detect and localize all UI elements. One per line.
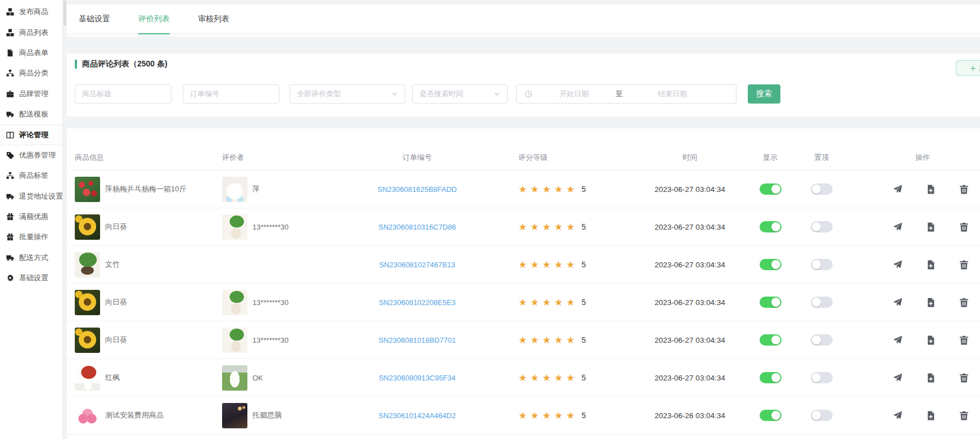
order-no-link[interactable]: SN230608102208E5E3 — [379, 298, 456, 307]
send-icon[interactable] — [893, 411, 902, 420]
toggle-knob — [771, 335, 780, 344]
show-toggle[interactable] — [760, 297, 782, 308]
sidebar-item-product-category[interactable]: 商品分类 — [0, 63, 62, 83]
toggle-knob — [771, 373, 780, 382]
delete-icon[interactable] — [959, 185, 969, 194]
sidebar-item-batch-operation[interactable]: 批量操作 — [0, 227, 62, 247]
table-row: 文竹 SN2306081027467B13 ★★★★★ 5 2023-06-27… — [67, 246, 980, 284]
delete-icon[interactable] — [959, 373, 969, 383]
top-toggle[interactable] — [811, 259, 833, 270]
toggle-knob — [812, 373, 821, 382]
delete-icon[interactable] — [959, 411, 969, 420]
header-top: 置顶 — [797, 153, 846, 163]
sidebar-item-return-address[interactable]: 退货地址设置 — [0, 186, 62, 207]
file-add-icon[interactable] — [926, 298, 936, 307]
sidebar-item-review-management[interactable]: 评论管理 — [0, 124, 62, 145]
send-icon[interactable] — [893, 185, 902, 194]
sidebar-item-delivery-template[interactable]: 配送模板 — [0, 104, 62, 124]
order-no-link[interactable]: SN2306101424A464D2 — [378, 411, 455, 420]
order-no-link[interactable]: SN2306081625B8FADD — [378, 185, 457, 194]
file-add-icon[interactable] — [926, 260, 936, 270]
tab-basic-settings[interactable]: 基础设置 — [79, 5, 110, 34]
table-row: 向日葵 13*******30 SN23060810316C7D86 ★★★★★… — [67, 208, 980, 246]
rating-value: 5 — [581, 411, 586, 420]
cubes-icon — [6, 8, 14, 16]
columns-icon — [6, 131, 14, 139]
sidebar-item-publish-product[interactable]: 发布商品 — [0, 2, 62, 22]
send-icon[interactable] — [893, 373, 902, 383]
send-icon[interactable] — [893, 222, 902, 232]
plus-icon — [970, 65, 976, 71]
delete-icon[interactable] — [959, 222, 969, 232]
product-title-input[interactable]: 商品标题 — [75, 84, 171, 104]
star-rating: ★★★★★ — [518, 298, 578, 307]
top-toggle[interactable] — [811, 334, 833, 346]
order-no-input[interactable]: 订单编号 — [183, 84, 279, 104]
top-toggle[interactable] — [811, 297, 833, 308]
end-date-field[interactable]: 结束日期 — [630, 89, 730, 99]
show-toggle[interactable] — [760, 372, 782, 383]
tab-audit-list[interactable]: 审核列表 — [198, 5, 229, 34]
toggle-knob — [812, 260, 821, 269]
star-rating: ★★★★★ — [518, 260, 578, 270]
sidebar-item-coupon-management[interactable]: 优惠券管理 — [0, 145, 62, 165]
truck-icon — [6, 110, 14, 118]
reviewer-avatar — [222, 403, 247, 428]
sidebar-item-product-form[interactable]: 商品表单 — [0, 43, 62, 63]
sidebar-item-product-list[interactable]: 商品列表 — [0, 22, 62, 42]
delete-icon[interactable] — [959, 298, 969, 307]
product-name: 文竹 — [105, 259, 120, 270]
tab-review-list[interactable]: 评价列表 — [138, 5, 170, 34]
top-toggle[interactable] — [811, 221, 833, 232]
add-button[interactable]: 新增 — [956, 60, 980, 76]
sidebar-item-delivery-method[interactable]: 配送方式 — [0, 248, 62, 268]
show-toggle[interactable] — [760, 183, 782, 195]
send-icon[interactable] — [893, 260, 902, 270]
show-toggle[interactable] — [760, 221, 782, 232]
sidebar-item-basic-settings[interactable]: 基础设置 — [0, 268, 62, 288]
file-add-icon[interactable] — [926, 411, 936, 420]
show-toggle[interactable] — [760, 410, 782, 421]
top-toggle[interactable] — [811, 183, 833, 195]
review-type-select[interactable]: 全部评价类型 — [290, 84, 405, 104]
order-no-link[interactable]: SN23060810316C7D86 — [378, 223, 456, 231]
file-add-icon[interactable] — [926, 335, 936, 345]
top-toggle[interactable] — [811, 372, 833, 383]
sidebar-item-label: 优惠券管理 — [19, 150, 56, 160]
show-toggle[interactable] — [760, 259, 782, 270]
table-row: 向日葵 13*******30 SN230608102208E5E3 ★★★★★… — [67, 284, 980, 321]
search-time-select[interactable]: 是否搜索时间 — [412, 84, 508, 104]
tag-icon — [6, 151, 14, 159]
product-name: 萍杨梅乒乓杨梅一箱10斤 — [105, 184, 186, 194]
delete-icon[interactable] — [959, 335, 969, 345]
date-range-picker[interactable]: 开始日期 至 结束日期 — [516, 84, 737, 104]
rating-value: 5 — [581, 222, 586, 231]
sidebar-item-brand-management[interactable]: 品牌管理 — [0, 84, 62, 104]
gear-icon — [6, 274, 14, 282]
sidebar-item-full-discount[interactable]: 满额优惠 — [0, 207, 62, 227]
show-toggle[interactable] — [760, 334, 782, 346]
delete-icon[interactable] — [959, 260, 969, 270]
file-add-icon[interactable] — [926, 222, 936, 232]
top-toggle[interactable] — [811, 410, 833, 421]
order-no-link[interactable]: SN2306080913C95F34 — [379, 374, 456, 382]
filter-panel: 商品评论列表（2500 条) 新增 商品标题 订单编号 全部评价类型 是否搜索时… — [67, 53, 980, 117]
order-no-link[interactable]: SN2306081027467B13 — [379, 261, 455, 269]
rating-value: 5 — [581, 260, 586, 269]
file-add-icon[interactable] — [926, 373, 936, 383]
send-icon[interactable] — [893, 335, 902, 345]
search-button[interactable]: 搜索 — [748, 84, 780, 104]
file-icon — [6, 49, 14, 57]
file-add-icon[interactable] — [926, 185, 936, 194]
sidebar-item-label: 评论管理 — [19, 130, 48, 140]
reviewer-name: 萍 — [252, 184, 260, 194]
order-no-link[interactable]: SN2306081018BD7701 — [378, 336, 455, 344]
sidebar-scrollbar[interactable] — [64, 0, 66, 26]
sidebar-item-product-tags[interactable]: 商品标签 — [0, 165, 62, 186]
start-date-field[interactable]: 开始日期 — [540, 89, 608, 99]
review-time: 2023-06-26 03:04:34 — [636, 411, 743, 420]
tab-bar: 基础设置 评价列表 审核列表 — [67, 5, 980, 34]
header-order-no: 订单编号 — [333, 153, 502, 163]
send-icon[interactable] — [893, 298, 902, 307]
review-time: 2023-06-27 03:04:34 — [636, 374, 743, 382]
